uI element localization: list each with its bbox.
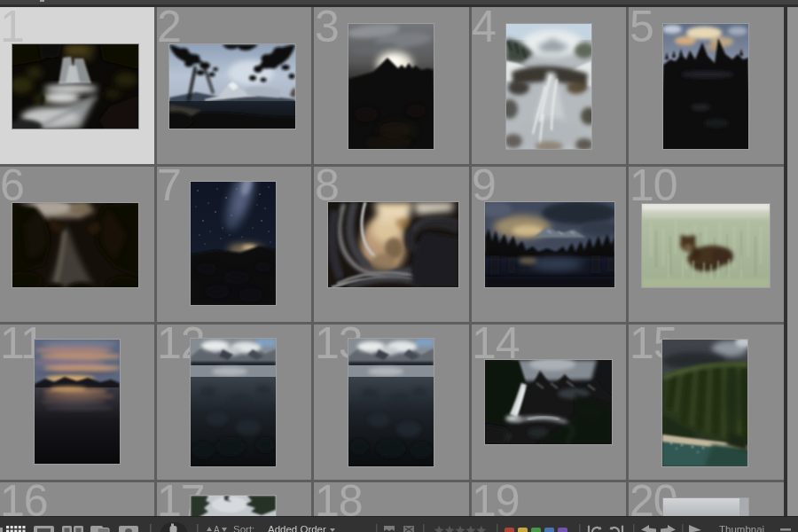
svg-text:A: A: [214, 525, 220, 532]
svg-text:Sort:: Sort:: [233, 524, 254, 532]
svg-text:Added Order: Added Order: [268, 524, 326, 532]
svg-text:Thumbnai: Thumbnai: [719, 524, 764, 532]
